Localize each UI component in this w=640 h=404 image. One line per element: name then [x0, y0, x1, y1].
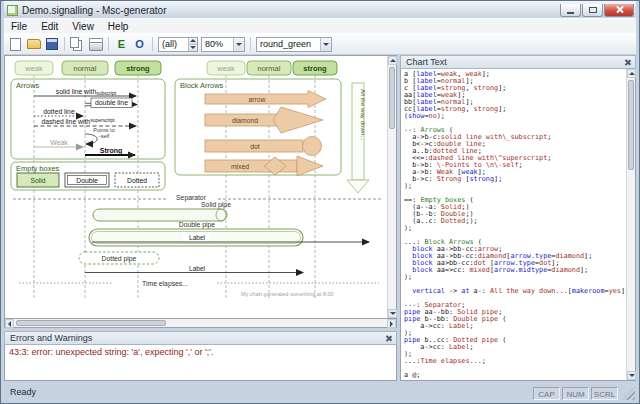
- code-line[interactable]: a->b: Weak [weak];: [404, 169, 626, 176]
- code-scroll-down-button[interactable]: [627, 371, 636, 380]
- code-line[interactable]: block aa->bb-cc:diamond[arrow.type=diamo…: [404, 253, 626, 260]
- code-line[interactable]: [404, 365, 626, 372]
- copy-icon[interactable]: [69, 36, 86, 52]
- code-line[interactable]: ...:Time elapses...;: [404, 358, 626, 365]
- code-line[interactable]: );: [404, 330, 626, 337]
- code-line[interactable]: ...: Block Arrows (: [404, 239, 626, 246]
- menu-view[interactable]: View: [65, 21, 101, 32]
- canvas-vscrollbar[interactable]: [387, 56, 396, 318]
- save-icon[interactable]: [43, 36, 60, 52]
- code-line[interactable]: );: [404, 183, 626, 190]
- chart-text-pane-header: Chart Text: [400, 55, 636, 69]
- code-line[interactable]: [404, 120, 626, 127]
- code-line[interactable]: a->cc: Label;: [404, 344, 626, 351]
- chart-canvas[interactable]: weak normal strong weak normal strong: [5, 56, 387, 318]
- scroll-down-button[interactable]: [388, 309, 397, 318]
- design-dropdown-button[interactable]: [320, 38, 331, 51]
- code-line[interactable]: [404, 281, 626, 288]
- error-message[interactable]: 43:3: error: unexpected string: 'a', exp…: [9, 347, 392, 357]
- canvas-hscroll-thumb[interactable]: [16, 320, 166, 326]
- code-line[interactable]: (a..c: Dotted;);: [404, 218, 626, 225]
- toolbar-separator: [152, 37, 153, 51]
- code-line[interactable]: b->c: Strong [strong];: [404, 176, 626, 183]
- code-line[interactable]: vertical -> at a-: All the way down...[m…: [404, 288, 626, 295]
- code-line[interactable]: [404, 232, 626, 239]
- canvas-hscrollbar[interactable]: [4, 319, 397, 328]
- toolbar-separator: [108, 37, 109, 51]
- code-line[interactable]: bb[label=normal];: [404, 99, 626, 106]
- errors-list[interactable]: 43:3: error: unexpected string: 'a', exp…: [4, 345, 397, 381]
- code-line[interactable]: ==: Empty boxes (: [404, 197, 626, 204]
- new-icon[interactable]: [7, 36, 24, 52]
- code-line[interactable]: );: [404, 351, 626, 358]
- filter-combo[interactable]: (all): [158, 37, 198, 52]
- code-vscroll-track[interactable]: [627, 78, 635, 371]
- design-combo-value: round_green: [257, 38, 320, 51]
- weak-arrow-label: Weak: [50, 139, 68, 146]
- code-line[interactable]: a->b-c:solid line with\_subscript;: [404, 134, 626, 141]
- code-line[interactable]: (a--a: Solid;): [404, 204, 626, 211]
- code-line[interactable]: pipe b..cc: Dotted pipe (: [404, 337, 626, 344]
- code-line[interactable]: a..b:dotted line;: [404, 148, 626, 155]
- code-editor[interactable]: a [label=weak, weak];b [label=normal];c …: [401, 69, 626, 380]
- code-line[interactable]: b<->c:double line;: [404, 141, 626, 148]
- code-line[interactable]: b->b: \-Points to \n\-self;: [404, 162, 626, 169]
- print-icon[interactable]: [87, 36, 104, 52]
- code-vscroll-thumb[interactable]: [628, 80, 634, 170]
- code-line[interactable]: a @;: [404, 372, 626, 379]
- code-line[interactable]: block aa>bb-cc:dot [arrow.type=dot];: [404, 260, 626, 267]
- code-line[interactable]: [404, 295, 626, 302]
- chart-text-close-icon[interactable]: [623, 58, 632, 67]
- code-line[interactable]: );: [404, 225, 626, 232]
- design-combo[interactable]: round_green: [256, 37, 332, 52]
- canvas-vscroll-track[interactable]: [388, 65, 396, 309]
- object-icon[interactable]: O: [131, 36, 148, 52]
- code-line[interactable]: );: [404, 274, 626, 281]
- code-scroll-down-icon: [629, 374, 635, 377]
- code-line[interactable]: (show=no);: [404, 113, 626, 120]
- code-line[interactable]: ---: Separator;: [404, 302, 626, 309]
- spinner-down-icon[interactable]: [189, 44, 197, 51]
- errors-pane-close-icon[interactable]: [384, 334, 393, 343]
- code-line[interactable]: (b--b: Double;): [404, 211, 626, 218]
- code-line[interactable]: pipe aa--bb: Solid pipe;: [404, 309, 626, 316]
- canvas-vscroll-thumb[interactable]: [389, 67, 395, 129]
- menu-edit[interactable]: Edit: [34, 21, 65, 32]
- minimize-button[interactable]: [560, 4, 581, 17]
- zoom-dropdown-button[interactable]: [233, 38, 244, 51]
- scroll-left-button[interactable]: [5, 319, 14, 328]
- code-line[interactable]: aa[label=weak];: [404, 92, 626, 99]
- code-line[interactable]: block aa=>cc: mixed[arrow.midtype=diamon…: [404, 267, 626, 274]
- code-line[interactable]: pipe b--bb: Double pipe (: [404, 316, 626, 323]
- resize-grip[interactable]: [622, 387, 635, 400]
- chevron-down-icon: [236, 43, 242, 46]
- code-line[interactable]: [404, 190, 626, 197]
- titlebar[interactable]: Demo.signalling - Msc-generator: [4, 1, 636, 18]
- code-line[interactable]: b [label=normal];: [404, 78, 626, 85]
- menu-help[interactable]: Help: [101, 21, 136, 32]
- scroll-right-button[interactable]: [387, 319, 396, 328]
- double-pipe-inner-label: Label: [189, 234, 205, 241]
- code-line[interactable]: cc[label=strong, strong];: [404, 106, 626, 113]
- entity-headers: weak normal strong weak normal strong: [15, 61, 337, 75]
- chart-text-pane: Chart Text a [label=weak, weak];b [label…: [400, 55, 636, 381]
- menu-file[interactable]: File: [4, 21, 34, 32]
- code-line[interactable]: a->cc: Label;: [404, 323, 626, 330]
- code-scroll-up-button[interactable]: [627, 69, 636, 78]
- code-line[interactable]: c [label=strong, strong];: [404, 85, 626, 92]
- embed-icon[interactable]: E: [113, 36, 130, 52]
- code-line[interactable]: block aa->bb-cc:arrow;: [404, 246, 626, 253]
- scroll-up-button[interactable]: [388, 56, 397, 65]
- close-button[interactable]: [604, 4, 634, 17]
- msc-generator-window: Demo.signalling - Msc-generator FileEdit…: [0, 0, 640, 404]
- zoom-combo[interactable]: 80%: [201, 37, 245, 52]
- code-vscrollbar[interactable]: [626, 69, 635, 380]
- code-line[interactable]: a [label=weak, weak];: [404, 71, 626, 78]
- filter-spinner[interactable]: [188, 38, 197, 51]
- code-line[interactable]: <<=:dashed line with\^superscript;: [404, 155, 626, 162]
- scroll-up-icon: [390, 59, 396, 62]
- canvas-hscroll-track[interactable]: [14, 319, 387, 327]
- maximize-button[interactable]: [582, 4, 603, 17]
- code-line[interactable]: --: Arrows (: [404, 127, 626, 134]
- open-icon[interactable]: [25, 36, 42, 52]
